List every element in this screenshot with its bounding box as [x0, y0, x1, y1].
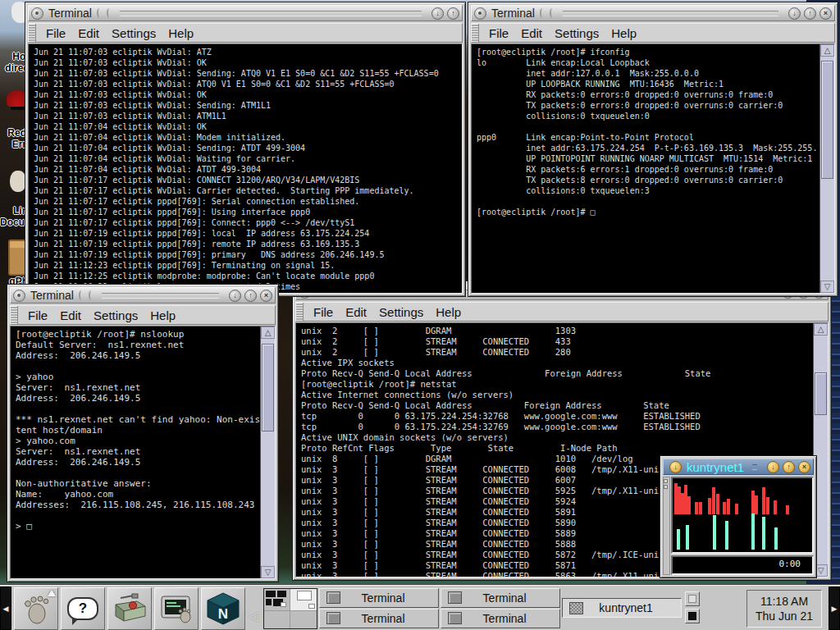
menu-edit[interactable]: Edit — [521, 26, 542, 40]
menubar-handle[interactable] — [472, 24, 479, 42]
menu-edit[interactable]: Edit — [78, 26, 99, 40]
pager-desktop-1[interactable] — [264, 589, 290, 610]
menubar-handle[interactable] — [29, 24, 36, 42]
maximize-button[interactable]: ↑ — [804, 7, 816, 20]
menu-help[interactable]: Help — [150, 308, 176, 322]
nslookup-terminal-output[interactable]: [root@ecliptik /root]# nslookup Default … — [11, 326, 260, 578]
modem-traffic-graph — [671, 477, 814, 554]
scrollbar-thumb[interactable] — [815, 372, 827, 415]
clock-time: 11:18 AM — [760, 594, 808, 609]
wvdial-terminal-output[interactable]: Jun 21 11:07:03 ecliptik WvDial: ATZ Jun… — [29, 44, 462, 293]
tx-bar — [762, 517, 765, 550]
kuntrynet-titlebar[interactable]: ↓ kuntrynet1 ↓ ↑ × — [663, 459, 814, 475]
main-menu-button[interactable] — [14, 587, 58, 630]
linux-documents-icon[interactable] — [10, 171, 26, 192]
ifconfig-menubar: File Edit Settings Help — [471, 23, 835, 43]
window-menu-icon[interactable] — [474, 7, 486, 20]
scrollbar-thumb[interactable] — [821, 61, 833, 179]
tx-bar — [713, 515, 716, 550]
rx-bar — [755, 495, 758, 514]
drawer-arrow-icon[interactable]: ◁ — [249, 609, 258, 623]
window-title: kuntrynet1 — [687, 460, 744, 474]
task-button-terminal-3[interactable]: Terminal — [441, 588, 560, 608]
ifconfig-terminal-output[interactable]: [root@ecliptik /root]# ifconfig lo Link … — [472, 44, 819, 293]
maximize-button[interactable]: ↑ — [447, 7, 459, 20]
wvdial-titlebar[interactable]: Terminal ↓ ↑ — [28, 5, 463, 21]
task-button-terminal-4[interactable]: Terminal — [441, 609, 560, 628]
terminal-task-icon — [448, 612, 462, 624]
menubar-handle[interactable] — [11, 306, 18, 324]
rx-bar — [762, 487, 765, 514]
close-icon[interactable]: × — [260, 290, 272, 302]
rx-bar — [727, 499, 730, 514]
ifconfig-titlebar[interactable]: Terminal ↓ ↑ × — [471, 5, 835, 21]
menu-file[interactable]: File — [28, 308, 48, 322]
scroll-up-icon[interactable]: △ — [820, 44, 834, 57]
rx-bar — [712, 487, 715, 514]
scrollbar-thumb[interactable] — [262, 344, 274, 431]
scroll-up-icon[interactable]: △ — [814, 323, 828, 336]
panel-hide-left-button[interactable]: ◀ — [0, 587, 11, 630]
maximize-button[interactable]: ↑ — [244, 290, 257, 302]
clock-applet[interactable]: 11:18 AM Thu Jun 21 — [746, 590, 822, 628]
menu-file[interactable]: File — [489, 26, 509, 40]
pager-desktop-4[interactable] — [290, 611, 317, 628]
nslookup-titlebar[interactable]: Terminal ↓ ↑ × — [10, 287, 276, 304]
window-menu-icon[interactable] — [13, 290, 25, 302]
terminal-window-wvdial: Terminal ↓ ↑ File Edit Settings Help Jun… — [25, 2, 466, 297]
window-menu-icon[interactable]: ↓ — [669, 461, 682, 473]
window-menu-icon[interactable] — [31, 7, 43, 20]
desk-guide-toggle-button[interactable] — [685, 591, 700, 606]
task-button-terminal-2[interactable]: Terminal — [319, 609, 439, 628]
maximize-button[interactable]: ↑ — [783, 461, 795, 473]
pager-desktop-3[interactable] — [264, 611, 290, 628]
iconify-button[interactable]: ↓ — [767, 461, 779, 473]
toolbox-launcher-button[interactable] — [107, 587, 152, 630]
window-resize-handle[interactable] — [663, 477, 670, 575]
netscape-cube-icon: N — [206, 591, 240, 626]
menu-help[interactable]: Help — [168, 26, 194, 40]
rx-bar — [699, 502, 702, 514]
menu-help[interactable]: Help — [611, 26, 637, 40]
menu-settings[interactable]: Settings — [555, 26, 599, 40]
tx-bar — [725, 521, 728, 550]
rx-bar — [687, 496, 691, 514]
panel-hide-right-button[interactable]: ▶ — [829, 587, 840, 630]
menu-edit[interactable]: Edit — [60, 308, 81, 322]
close-icon[interactable]: × — [819, 7, 832, 20]
menubar-handle[interactable] — [296, 303, 304, 321]
scroll-down-icon[interactable]: ▽ — [820, 281, 834, 293]
iconify-button[interactable]: ↓ — [229, 290, 241, 302]
tx-bar — [774, 527, 778, 550]
kuntrynet-task-icon — [569, 602, 583, 614]
iconify-button[interactable]: ↓ — [788, 7, 801, 20]
close-icon[interactable]: × — [798, 461, 810, 473]
menu-help[interactable]: Help — [436, 305, 461, 319]
task-button-terminal-1[interactable]: Terminal — [319, 588, 439, 608]
nslookup-scrollbar[interactable]: △ ▽ — [260, 326, 275, 578]
desktop: Homedirectory Red HatErrata LinuxDocumen… — [0, 0, 840, 630]
task-button-kuntrynet1[interactable]: kuntrynet1 — [562, 598, 682, 618]
menu-settings[interactable]: Settings — [112, 26, 156, 40]
help-button[interactable]: ? — [61, 587, 105, 630]
desk-guide-pager[interactable] — [263, 588, 317, 629]
svg-text:N: N — [218, 606, 228, 622]
menu-edit[interactable]: Edit — [345, 305, 367, 319]
scroll-down-icon[interactable]: ▽ — [261, 566, 275, 578]
terminal-window-nslookup: Terminal ↓ ↑ × File Edit Settings Help [… — [7, 284, 279, 582]
menu-file[interactable]: File — [313, 305, 333, 319]
iconify-button[interactable]: ↓ — [431, 7, 444, 20]
ifconfig-scrollbar[interactable]: △ ▽ — [819, 44, 834, 293]
pager-desktop-2[interactable] — [290, 589, 317, 610]
kuntrynet-monitor-window: ↓ kuntrynet1 ↓ ↑ × 0:00 — [660, 455, 817, 578]
terminal-window-ifconfig: Terminal ↓ ↑ × File Edit Settings Help [… — [468, 2, 838, 297]
terminal-launcher-button[interactable] — [154, 587, 199, 630]
menu-settings[interactable]: Settings — [379, 305, 423, 319]
scroll-up-icon[interactable]: △ — [261, 326, 275, 339]
rx-bar — [723, 502, 726, 514]
netscape-launcher-button[interactable]: N — [201, 587, 245, 630]
menu-file[interactable]: File — [46, 26, 66, 40]
show-desktop-button[interactable] — [685, 609, 700, 623]
rx-bar — [735, 504, 738, 514]
menu-settings[interactable]: Settings — [94, 308, 138, 322]
